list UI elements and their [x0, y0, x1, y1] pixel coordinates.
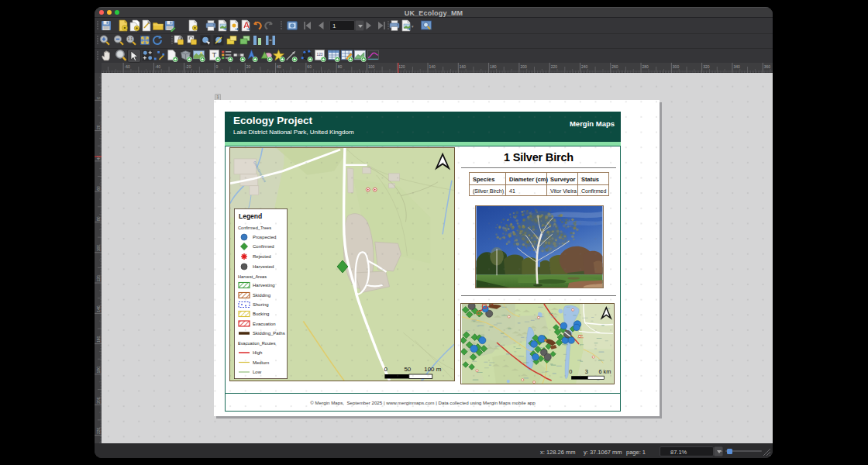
svg-text:Prospected: Prospected	[253, 235, 276, 239]
svg-text:120: 120	[398, 64, 405, 69]
svg-text:Skidding_Paths: Skidding_Paths	[253, 331, 285, 336]
svg-text:0: 0	[384, 366, 388, 373]
svg-text:Confirmed: Confirmed	[253, 244, 274, 249]
svg-text:120: 120	[96, 275, 101, 282]
svg-text:180: 180	[96, 367, 101, 374]
svg-text:High: High	[253, 350, 262, 355]
svg-text:40: 40	[96, 156, 101, 160]
svg-text:160: 160	[96, 336, 101, 343]
svg-text:80: 80	[338, 64, 343, 69]
svg-text:0: 0	[216, 64, 219, 69]
svg-text:280: 280	[642, 64, 649, 69]
svg-text:140: 140	[429, 64, 436, 69]
svg-text:220: 220	[551, 64, 558, 69]
svg-text:100: 100	[96, 245, 101, 252]
svg-text:-40: -40	[155, 64, 160, 69]
svg-text:3: 3	[584, 368, 587, 375]
svg-text:100 m: 100 m	[424, 366, 441, 373]
svg-text:Harvest_Areas: Harvest_Areas	[238, 274, 267, 279]
svg-text:Harvesting: Harvesting	[253, 283, 275, 288]
svg-text:60: 60	[96, 186, 101, 191]
svg-text:60: 60	[307, 64, 312, 69]
svg-text:200: 200	[520, 64, 527, 69]
svg-text:-20: -20	[185, 64, 191, 69]
svg-text:Bucking: Bucking	[253, 312, 269, 316]
svg-text:1:1: 1:1	[128, 37, 133, 41]
svg-text:Low: Low	[253, 370, 262, 374]
svg-text:180: 180	[490, 64, 497, 69]
svg-text:160: 160	[460, 64, 467, 69]
svg-text:20: 20	[246, 64, 251, 69]
svg-text:Legend: Legend	[239, 212, 262, 220]
svg-text:123: 123	[316, 53, 322, 57]
svg-text:0: 0	[96, 97, 101, 99]
svg-text:6 km: 6 km	[598, 368, 611, 375]
svg-text:Evacuation: Evacuation	[253, 322, 276, 326]
svg-text:Skidding: Skidding	[253, 293, 270, 298]
svg-text:-60: -60	[125, 64, 130, 69]
svg-text:300: 300	[673, 64, 680, 69]
svg-text:220: 220	[96, 427, 101, 434]
svg-text:200: 200	[96, 397, 101, 404]
svg-text:Harvested: Harvested	[253, 264, 274, 269]
svg-text:50: 50	[404, 366, 411, 373]
svg-text:140: 140	[96, 305, 101, 312]
svg-text:320: 320	[703, 64, 710, 69]
svg-text:Shoring: Shoring	[253, 302, 269, 307]
svg-text:260: 260	[611, 64, 618, 69]
svg-text:20: 20	[96, 125, 101, 129]
svg-text:0: 0	[569, 368, 572, 375]
svg-text:100: 100	[368, 64, 375, 69]
svg-text:360: 360	[764, 64, 771, 69]
svg-text:Rejected: Rejected	[253, 254, 271, 259]
svg-text:340: 340	[733, 64, 740, 69]
svg-text:40: 40	[277, 64, 281, 69]
svg-text:Medium: Medium	[253, 360, 269, 365]
svg-text:240: 240	[581, 64, 588, 69]
svg-text:Confirmed_Trees: Confirmed_Trees	[238, 226, 271, 230]
svg-text:80: 80	[96, 216, 101, 221]
svg-text:Evacuation_Routes: Evacuation_Routes	[238, 341, 276, 346]
